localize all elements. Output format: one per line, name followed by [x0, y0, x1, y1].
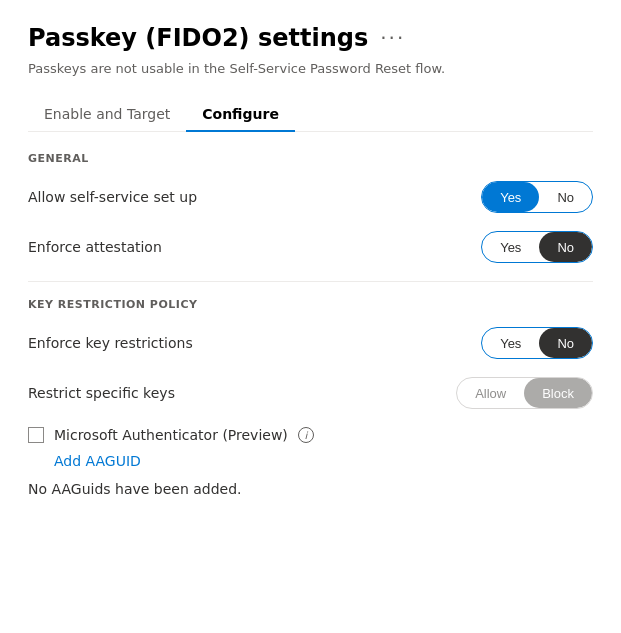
- authenticator-row: Microsoft Authenticator (Preview) i: [28, 427, 593, 443]
- enforce-attestation-row: Enforce attestation Yes No: [28, 231, 593, 263]
- restrict-specific-keys-allow[interactable]: Allow: [457, 378, 524, 408]
- enforce-key-restrictions-toggle[interactable]: Yes No: [481, 327, 593, 359]
- tab-configure[interactable]: Configure: [186, 98, 295, 132]
- general-section-label: GENERAL: [28, 152, 593, 165]
- tab-enable-and-target[interactable]: Enable and Target: [28, 98, 186, 132]
- page-title: Passkey (FIDO2) settings: [28, 24, 368, 52]
- allow-self-service-toggle[interactable]: Yes No: [481, 181, 593, 213]
- allow-self-service-no[interactable]: No: [539, 182, 592, 212]
- restrict-specific-keys-toggle[interactable]: Allow Block: [456, 377, 593, 409]
- allow-self-service-label: Allow self-service set up: [28, 189, 197, 205]
- enforce-key-restrictions-yes[interactable]: Yes: [482, 328, 539, 358]
- allow-self-service-row: Allow self-service set up Yes No: [28, 181, 593, 213]
- subtitle-text: Passkeys are not usable in the Self-Serv…: [28, 60, 593, 78]
- enforce-attestation-yes[interactable]: Yes: [482, 232, 539, 262]
- enforce-key-restrictions-row: Enforce key restrictions Yes No: [28, 327, 593, 359]
- enforce-key-restrictions-label: Enforce key restrictions: [28, 335, 193, 351]
- restrict-specific-keys-block[interactable]: Block: [524, 378, 592, 408]
- authenticator-label: Microsoft Authenticator (Preview): [54, 427, 288, 443]
- no-items-text: No AAGuids have been added.: [28, 481, 593, 497]
- restrict-specific-keys-row: Restrict specific keys Allow Block: [28, 377, 593, 409]
- header: Passkey (FIDO2) settings ···: [28, 24, 593, 52]
- add-aaguid-link[interactable]: Add AAGUID: [54, 453, 593, 469]
- authenticator-info-icon[interactable]: i: [298, 427, 314, 443]
- more-options-icon[interactable]: ···: [380, 26, 405, 50]
- enforce-attestation-label: Enforce attestation: [28, 239, 162, 255]
- allow-self-service-yes[interactable]: Yes: [482, 182, 539, 212]
- enforce-attestation-toggle[interactable]: Yes No: [481, 231, 593, 263]
- section-divider: [28, 281, 593, 282]
- authenticator-checkbox[interactable]: [28, 427, 44, 443]
- enforce-key-restrictions-no[interactable]: No: [539, 328, 592, 358]
- tab-bar: Enable and Target Configure: [28, 98, 593, 132]
- restrict-specific-keys-label: Restrict specific keys: [28, 385, 175, 401]
- enforce-attestation-no[interactable]: No: [539, 232, 592, 262]
- key-restriction-section-label: KEY RESTRICTION POLICY: [28, 298, 593, 311]
